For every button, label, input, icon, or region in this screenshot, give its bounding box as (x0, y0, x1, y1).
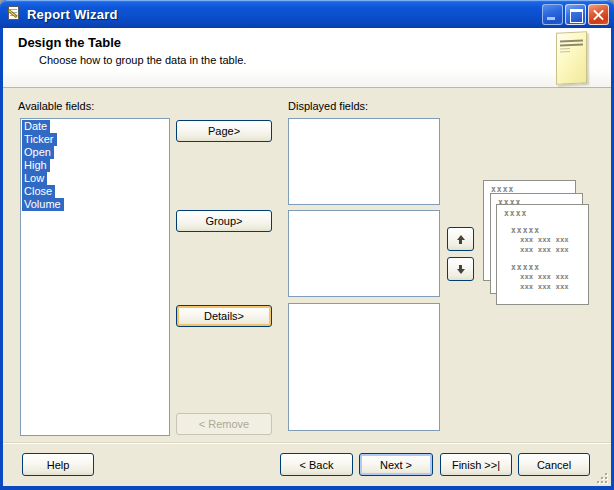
preview-page-front: xxxx xxxxx xxx xxx xxx xxx xxx xxx xxxxx… (496, 204, 589, 305)
preview-detail-row: xxx xxx xxx (520, 246, 583, 254)
available-field-item[interactable]: Low (22, 172, 47, 185)
title-bar: Report Wizard (0, 0, 614, 28)
available-fields-label: Available fields: (18, 100, 94, 112)
maximize-button[interactable] (565, 4, 586, 25)
page-fields-list[interactable] (288, 118, 440, 205)
preview-detail-row: xxx xxx xxx (520, 273, 583, 281)
footer-separator (3, 442, 611, 444)
details-button[interactable]: Details> (176, 305, 272, 327)
displayed-fields-label: Displayed fields: (288, 100, 368, 112)
preview-group-label: xxxxx (511, 263, 588, 272)
available-field-item[interactable]: Date (22, 120, 50, 133)
finish-button[interactable]: Finish >>| (440, 453, 512, 476)
help-button[interactable]: Help (22, 453, 94, 476)
details-fields-list[interactable] (288, 303, 440, 431)
page-title: Design the Table (18, 35, 121, 50)
remove-button[interactable]: < Remove (176, 413, 272, 435)
group-fields-list[interactable] (288, 210, 440, 297)
resize-grip[interactable] (595, 471, 608, 484)
wizard-header: Design the Table Choose how to group the… (3, 28, 611, 88)
preview-detail-row: xxx xxx xxx (520, 236, 583, 244)
dialog-client-area: Design the Table Choose how to group the… (3, 28, 611, 486)
available-field-item[interactable]: Volume (22, 198, 64, 211)
available-field-item[interactable]: Open (22, 146, 54, 159)
available-field-item[interactable]: Close (22, 185, 55, 198)
report-wizard-icon (6, 6, 22, 22)
available-field-item[interactable]: High (22, 159, 50, 172)
close-button[interactable] (588, 4, 609, 25)
page-subtitle: Choose how to group the data in the tabl… (39, 54, 246, 66)
available-fields-list[interactable]: Date Ticker Open High Low Close Volume (20, 118, 170, 436)
group-button[interactable]: Group> (176, 210, 272, 232)
minimize-button[interactable] (542, 4, 563, 25)
page-button[interactable]: Page> (176, 120, 272, 142)
preview-page-header: xxxx (504, 209, 588, 218)
next-button[interactable]: Next > (359, 453, 433, 476)
available-field-item[interactable]: Ticker (22, 133, 57, 146)
cancel-button[interactable]: Cancel (518, 453, 590, 476)
move-up-button[interactable] (447, 227, 474, 251)
preview-group-label: xxxxx (511, 226, 588, 235)
move-down-button[interactable] (447, 257, 474, 281)
report-document-icon (556, 31, 587, 85)
report-wizard-window: Report Wizard Design the Table Choose ho… (0, 0, 614, 490)
window-title: Report Wizard (27, 7, 540, 22)
down-arrow-icon (457, 269, 465, 274)
preview-detail-row: xxx xxx xxx (520, 283, 583, 291)
back-button[interactable]: < Back (280, 453, 353, 476)
